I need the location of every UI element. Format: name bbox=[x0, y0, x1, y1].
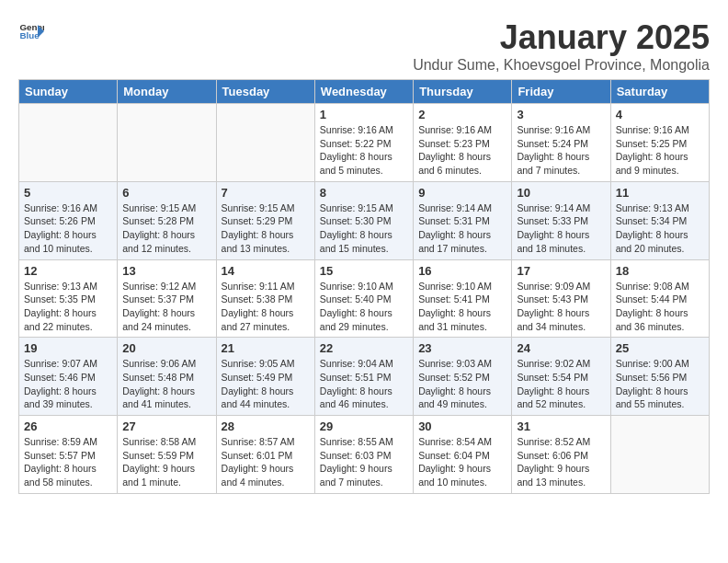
day-info: Sunrise: 9:05 AMSunset: 5:49 PMDaylight:… bbox=[222, 357, 310, 411]
calendar-day-cell: 4Sunrise: 9:16 AMSunset: 5:25 PMDaylight… bbox=[610, 104, 709, 182]
day-info: Sunrise: 8:55 AMSunset: 6:03 PMDaylight:… bbox=[320, 435, 408, 489]
month-title: January 2025 bbox=[413, 18, 710, 57]
day-number: 8 bbox=[320, 186, 408, 200]
calendar-day-cell: 5Sunrise: 9:16 AMSunset: 5:26 PMDaylight… bbox=[19, 181, 118, 259]
calendar-day-cell: 3Sunrise: 9:16 AMSunset: 5:24 PMDaylight… bbox=[512, 104, 610, 182]
day-number: 19 bbox=[24, 341, 112, 355]
day-number: 1 bbox=[320, 108, 408, 121]
calendar-week-row: 1Sunrise: 9:16 AMSunset: 5:22 PMDaylight… bbox=[19, 104, 710, 182]
day-info: Sunrise: 8:58 AMSunset: 5:59 PMDaylight:… bbox=[122, 435, 210, 489]
day-info: Sunrise: 9:14 AMSunset: 5:33 PMDaylight:… bbox=[517, 201, 605, 256]
day-number: 16 bbox=[418, 264, 506, 278]
header: General Blue January 2025 Undur Sume, Kh… bbox=[18, 18, 710, 74]
day-info: Sunrise: 9:13 AMSunset: 5:35 PMDaylight:… bbox=[24, 280, 112, 334]
day-number: 27 bbox=[122, 419, 210, 433]
calendar-day-cell: 28Sunrise: 8:57 AMSunset: 6:01 PMDayligh… bbox=[216, 416, 314, 494]
calendar-day-cell: 19Sunrise: 9:07 AMSunset: 5:46 PMDayligh… bbox=[19, 338, 118, 416]
day-number: 7 bbox=[222, 186, 310, 200]
day-info: Sunrise: 9:15 AMSunset: 5:30 PMDaylight:… bbox=[320, 201, 408, 256]
svg-text:Blue: Blue bbox=[19, 30, 40, 40]
day-number: 22 bbox=[320, 341, 408, 355]
day-info: Sunrise: 9:06 AMSunset: 5:48 PMDaylight:… bbox=[122, 357, 210, 411]
calendar-day-cell bbox=[610, 416, 709, 494]
day-info: Sunrise: 9:14 AMSunset: 5:31 PMDaylight:… bbox=[418, 201, 506, 256]
calendar-day-cell: 11Sunrise: 9:13 AMSunset: 5:34 PMDayligh… bbox=[610, 181, 709, 259]
day-number: 11 bbox=[616, 186, 704, 200]
day-info: Sunrise: 9:15 AMSunset: 5:28 PMDaylight:… bbox=[122, 201, 210, 256]
calendar-day-cell: 20Sunrise: 9:06 AMSunset: 5:48 PMDayligh… bbox=[118, 338, 216, 416]
day-info: Sunrise: 8:59 AMSunset: 5:57 PMDaylight:… bbox=[24, 435, 112, 489]
weekday-header: Monday bbox=[118, 80, 216, 104]
day-info: Sunrise: 9:07 AMSunset: 5:46 PMDaylight:… bbox=[24, 357, 112, 411]
day-info: Sunrise: 8:52 AMSunset: 6:06 PMDaylight:… bbox=[517, 435, 605, 489]
day-info: Sunrise: 9:16 AMSunset: 5:26 PMDaylight:… bbox=[24, 201, 112, 256]
day-info: Sunrise: 8:54 AMSunset: 6:04 PMDaylight:… bbox=[418, 435, 506, 489]
title-section: January 2025 Undur Sume, Khoevsgoel Prov… bbox=[413, 18, 710, 74]
calendar-day-cell: 27Sunrise: 8:58 AMSunset: 5:59 PMDayligh… bbox=[118, 416, 216, 494]
calendar-day-cell: 29Sunrise: 8:55 AMSunset: 6:03 PMDayligh… bbox=[314, 416, 413, 494]
day-number: 24 bbox=[517, 341, 605, 355]
calendar-day-cell bbox=[216, 104, 314, 182]
calendar-day-cell: 1Sunrise: 9:16 AMSunset: 5:22 PMDaylight… bbox=[314, 104, 413, 182]
day-info: Sunrise: 9:16 AMSunset: 5:25 PMDaylight:… bbox=[616, 123, 704, 178]
day-number: 25 bbox=[616, 341, 704, 355]
day-number: 10 bbox=[517, 186, 605, 200]
calendar-day-cell: 12Sunrise: 9:13 AMSunset: 5:35 PMDayligh… bbox=[19, 259, 118, 338]
day-info: Sunrise: 9:10 AMSunset: 5:40 PMDaylight:… bbox=[320, 280, 408, 334]
weekday-header: Tuesday bbox=[216, 80, 314, 104]
day-number: 17 bbox=[517, 264, 605, 278]
day-number: 14 bbox=[222, 264, 310, 278]
day-info: Sunrise: 9:04 AMSunset: 5:51 PMDaylight:… bbox=[320, 357, 408, 411]
day-number: 2 bbox=[418, 108, 506, 121]
calendar-day-cell: 10Sunrise: 9:14 AMSunset: 5:33 PMDayligh… bbox=[512, 181, 610, 259]
day-info: Sunrise: 9:16 AMSunset: 5:24 PMDaylight:… bbox=[517, 123, 605, 178]
day-number: 3 bbox=[517, 108, 605, 121]
weekday-header: Friday bbox=[512, 80, 610, 104]
calendar-day-cell: 14Sunrise: 9:11 AMSunset: 5:38 PMDayligh… bbox=[216, 259, 314, 338]
weekday-header: Thursday bbox=[414, 80, 512, 104]
calendar-week-row: 5Sunrise: 9:16 AMSunset: 5:26 PMDaylight… bbox=[19, 181, 710, 259]
calendar-week-row: 12Sunrise: 9:13 AMSunset: 5:35 PMDayligh… bbox=[19, 259, 710, 338]
calendar-week-row: 26Sunrise: 8:59 AMSunset: 5:57 PMDayligh… bbox=[19, 416, 710, 494]
weekday-header: Wednesday bbox=[314, 80, 413, 104]
calendar-day-cell: 21Sunrise: 9:05 AMSunset: 5:49 PMDayligh… bbox=[216, 338, 314, 416]
calendar-day-cell: 24Sunrise: 9:02 AMSunset: 5:54 PMDayligh… bbox=[512, 338, 610, 416]
calendar-day-cell: 2Sunrise: 9:16 AMSunset: 5:23 PMDaylight… bbox=[414, 104, 512, 182]
day-info: Sunrise: 9:13 AMSunset: 5:34 PMDaylight:… bbox=[616, 201, 704, 256]
calendar-day-cell: 13Sunrise: 9:12 AMSunset: 5:37 PMDayligh… bbox=[118, 259, 216, 338]
calendar-day-cell: 7Sunrise: 9:15 AMSunset: 5:29 PMDaylight… bbox=[216, 181, 314, 259]
calendar-day-cell: 25Sunrise: 9:00 AMSunset: 5:56 PMDayligh… bbox=[610, 338, 709, 416]
day-info: Sunrise: 9:08 AMSunset: 5:44 PMDaylight:… bbox=[616, 280, 704, 334]
day-info: Sunrise: 9:03 AMSunset: 5:52 PMDaylight:… bbox=[418, 357, 506, 411]
location-title: Undur Sume, Khoevsgoel Province, Mongoli… bbox=[413, 57, 710, 74]
calendar-day-cell: 15Sunrise: 9:10 AMSunset: 5:40 PMDayligh… bbox=[314, 259, 413, 338]
day-number: 4 bbox=[616, 108, 704, 121]
day-number: 30 bbox=[418, 419, 506, 433]
day-number: 20 bbox=[122, 341, 210, 355]
calendar-day-cell: 8Sunrise: 9:15 AMSunset: 5:30 PMDaylight… bbox=[314, 181, 413, 259]
day-number: 28 bbox=[222, 419, 310, 433]
calendar-day-cell: 30Sunrise: 8:54 AMSunset: 6:04 PMDayligh… bbox=[414, 416, 512, 494]
calendar-day-cell: 17Sunrise: 9:09 AMSunset: 5:43 PMDayligh… bbox=[512, 259, 610, 338]
calendar-day-cell: 22Sunrise: 9:04 AMSunset: 5:51 PMDayligh… bbox=[314, 338, 413, 416]
calendar-day-cell: 18Sunrise: 9:08 AMSunset: 5:44 PMDayligh… bbox=[610, 259, 709, 338]
calendar-day-cell: 26Sunrise: 8:59 AMSunset: 5:57 PMDayligh… bbox=[19, 416, 118, 494]
day-info: Sunrise: 9:09 AMSunset: 5:43 PMDaylight:… bbox=[517, 280, 605, 334]
day-info: Sunrise: 9:15 AMSunset: 5:29 PMDaylight:… bbox=[222, 201, 310, 256]
calendar-day-cell: 6Sunrise: 9:15 AMSunset: 5:28 PMDaylight… bbox=[118, 181, 216, 259]
day-number: 12 bbox=[24, 264, 112, 278]
calendar-week-row: 19Sunrise: 9:07 AMSunset: 5:46 PMDayligh… bbox=[19, 338, 710, 416]
day-number: 26 bbox=[24, 419, 112, 433]
weekday-header: Saturday bbox=[610, 80, 709, 104]
day-number: 13 bbox=[122, 264, 210, 278]
day-info: Sunrise: 9:12 AMSunset: 5:37 PMDaylight:… bbox=[122, 280, 210, 334]
calendar-day-cell: 31Sunrise: 8:52 AMSunset: 6:06 PMDayligh… bbox=[512, 416, 610, 494]
day-number: 5 bbox=[24, 186, 112, 200]
day-info: Sunrise: 9:02 AMSunset: 5:54 PMDaylight:… bbox=[517, 357, 605, 411]
calendar-day-cell: 16Sunrise: 9:10 AMSunset: 5:41 PMDayligh… bbox=[414, 259, 512, 338]
day-info: Sunrise: 8:57 AMSunset: 6:01 PMDaylight:… bbox=[222, 435, 310, 489]
calendar-day-cell: 9Sunrise: 9:14 AMSunset: 5:31 PMDaylight… bbox=[414, 181, 512, 259]
calendar-day-cell bbox=[118, 104, 216, 182]
day-number: 15 bbox=[320, 264, 408, 278]
logo: General Blue bbox=[18, 18, 44, 44]
